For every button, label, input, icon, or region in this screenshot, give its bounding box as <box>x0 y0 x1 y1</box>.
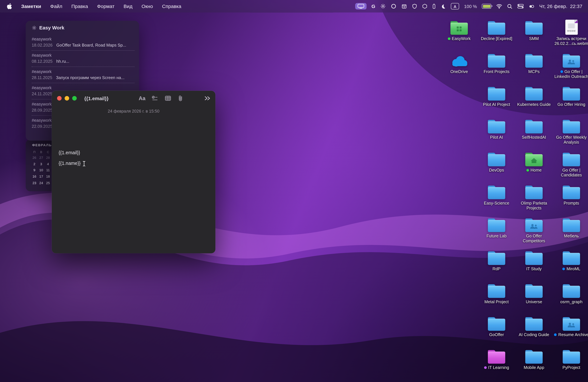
shield-icon[interactable] <box>412 3 417 9</box>
attachment-button[interactable] <box>178 95 183 102</box>
note-body-line: {{1.name}} <box>59 161 81 166</box>
desktop-icon[interactable]: EasyWork <box>441 20 477 41</box>
menubar-menu[interactable]: Правка <box>71 3 88 9</box>
desktop-icon[interactable]: OneDrive <box>441 53 477 74</box>
calendar-date[interactable]: 24 <box>38 180 44 186</box>
calendar-date[interactable]: 23 <box>31 180 38 186</box>
meter-icon[interactable] <box>432 3 436 9</box>
menubar-menu[interactable]: Вид <box>124 3 132 9</box>
desktop-icon-art <box>525 85 543 101</box>
menubar-menu[interactable]: Окно <box>142 3 153 9</box>
note-body[interactable]: {{1.email}} {{1.name}} <box>59 150 86 172</box>
calendar-date[interactable]: 26 <box>31 155 38 161</box>
folder-icon <box>525 186 543 199</box>
desktop-icon[interactable]: Home <box>516 151 552 173</box>
desktop-icon-art <box>563 85 580 101</box>
calendar-date[interactable]: 17 <box>38 173 44 180</box>
desktop-icon-label: Prompts <box>564 201 579 206</box>
format-text-button[interactable]: Aa <box>139 95 145 101</box>
grid-badge-icon <box>454 26 464 32</box>
menubar-menu[interactable]: Справка <box>162 3 181 9</box>
calendar-date[interactable]: 18 <box>44 173 51 180</box>
note-list-item[interactable]: #easywork 18.02.2026 GoOffer Task Board,… <box>32 35 134 51</box>
desktop-icon[interactable]: Go Offer Competitors <box>516 217 552 243</box>
desktop-icon[interactable]: Go Offer | LinkedIn Outreach <box>553 53 588 79</box>
gear-icon[interactable] <box>380 3 386 9</box>
spotlight-icon[interactable] <box>507 4 512 9</box>
desktop-icon[interactable]: AI Coding Guide <box>516 316 552 337</box>
menu-bar-clock[interactable]: Чт, 26 февр. 22:37 <box>539 3 583 9</box>
desktop-icon[interactable]: Мебель <box>553 217 588 238</box>
menubar-menu[interactable]: Файл <box>50 3 63 9</box>
desktop-icon[interactable]: Go Offer Hiring <box>553 85 588 107</box>
double-chevron-icon[interactable] <box>204 96 211 101</box>
input-source-indicator[interactable]: А <box>451 3 459 9</box>
desktop-icon[interactable]: IT Learning <box>478 348 515 370</box>
desktop-icon[interactable]: DevOps <box>478 151 515 173</box>
calendar-date[interactable]: 9 <box>31 167 38 173</box>
menubar-menu[interactable]: Формат <box>97 3 114 9</box>
desktop-icon[interactable]: PyProject <box>553 348 588 370</box>
note-list-item[interactable]: #easywork 28.11.2025 Запуск программ чер… <box>32 67 134 83</box>
desktop-icon[interactable]: SelfHostedAI <box>516 118 552 140</box>
apple-menu[interactable] <box>7 3 12 9</box>
users-status-icon[interactable] <box>529 4 534 8</box>
desktop-icon[interactable]: Metal Project <box>478 283 515 304</box>
grammarly-icon[interactable]: G <box>371 3 375 9</box>
calendar-date[interactable]: 28 <box>44 155 51 161</box>
desktop-icon-label-text: Go Offer Hiring <box>557 102 585 107</box>
note-window-titlebar[interactable]: {{1.email}} Aa <box>52 91 215 106</box>
close-button[interactable] <box>57 96 62 101</box>
desktop-icon[interactable]: osrm_graph <box>553 283 588 304</box>
desktop-icon-art <box>450 20 468 35</box>
desktop-icon[interactable]: MiroML <box>553 250 588 271</box>
desktop-icon[interactable]: Olimp Parketa Projects <box>516 184 552 211</box>
desktop-icon-label: Запись встречи 26.02.2...сь.webm <box>553 36 588 46</box>
desktop-icon[interactable]: RdP <box>478 250 515 271</box>
calendar-date[interactable]: 16 <box>31 173 38 180</box>
desktop-icon[interactable]: Go Offer Weekly Analysis <box>553 118 588 145</box>
desktop-icon[interactable]: WEBM Запись встречи 26.02.2...сь.webm <box>553 20 588 46</box>
desktop-icon[interactable]: Decline [Expired] <box>478 20 515 41</box>
desktop-icon[interactable]: GoOffer <box>478 316 515 337</box>
wifi-icon[interactable] <box>496 4 502 9</box>
control-center-icon[interactable] <box>517 4 524 9</box>
calendar-date[interactable]: 25 <box>44 180 51 186</box>
calendar-date[interactable]: 2 <box>31 161 38 167</box>
checklist-button[interactable] <box>152 95 158 101</box>
note-item-date: 18.02.2026 <box>32 43 52 47</box>
menubar-app-name[interactable]: Заметки <box>21 3 41 9</box>
desktop-icon[interactable]: SMM <box>516 20 552 41</box>
desktop-icon[interactable]: MCPs <box>516 53 552 74</box>
package-icon[interactable] <box>401 3 407 9</box>
note-item-date: 08.12.2025 <box>32 59 52 64</box>
desktop-icon[interactable]: Go Offer | Candidates <box>553 151 588 178</box>
note-list-item[interactable]: #easywork 08.12.2025 hh.ru... <box>32 51 134 67</box>
desktop-icon[interactable]: Prompts <box>553 184 588 206</box>
screen-mirroring-indicator[interactable] <box>355 3 367 9</box>
minimize-button[interactable] <box>65 96 69 101</box>
desktop-icon[interactable]: IT Study <box>516 250 552 271</box>
calendar-date[interactable]: 4 <box>44 161 51 167</box>
desktop-icon[interactable]: Resume Archive <box>553 316 588 337</box>
desktop-icon[interactable]: Kubernetes Guide <box>516 85 552 107</box>
battery-icon[interactable] <box>482 4 491 9</box>
desktop-icon[interactable]: Mobile App <box>516 348 552 370</box>
moon-icon[interactable] <box>441 4 446 9</box>
desktop-icon-label: Мебель <box>564 234 579 238</box>
ring-status-icon[interactable] <box>391 3 397 9</box>
calendar-date[interactable]: 11 <box>44 167 51 173</box>
desktop-icon[interactable]: Future Lab <box>478 217 515 238</box>
zoom-button[interactable] <box>72 96 77 101</box>
calendar-date[interactable]: 3 <box>38 161 44 167</box>
desktop-icon[interactable]: Easy-Science <box>478 184 515 206</box>
table-button[interactable] <box>165 95 171 101</box>
desktop-icon[interactable]: Pilot AI Project <box>478 85 515 107</box>
hexagon-icon[interactable] <box>422 3 427 9</box>
calendar-date[interactable]: 27 <box>38 155 44 161</box>
desktop-icon[interactable]: Front Projects <box>478 53 515 74</box>
desktop-icon-label-text: PyProject <box>563 365 580 370</box>
desktop-icon[interactable]: Universe <box>516 283 552 304</box>
calendar-date[interactable]: 10 <box>38 167 44 173</box>
desktop-icon[interactable]: Pilot AI <box>478 118 515 140</box>
